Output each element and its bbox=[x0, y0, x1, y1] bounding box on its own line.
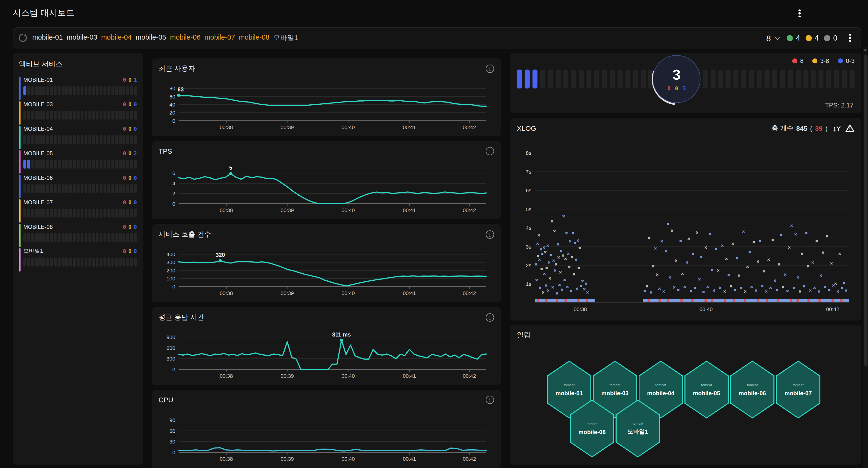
svg-text:00:40: 00:40 bbox=[342, 456, 355, 462]
svg-text:5s: 5s bbox=[526, 207, 531, 212]
eq-bar bbox=[548, 69, 553, 88]
page-scrollbar[interactable] bbox=[863, 46, 868, 468]
service-name: MOBILE-03 bbox=[23, 101, 53, 107]
xlog-panel: XLOG 총 개수 845 ( 39 ) ↕Y bbox=[510, 118, 861, 321]
page-title: 시스템 대시보드 bbox=[13, 8, 74, 19]
eq-bar bbox=[556, 69, 560, 88]
svg-text:00:40: 00:40 bbox=[342, 124, 355, 130]
agent-bar-menu-button[interactable] bbox=[845, 33, 855, 43]
active-tx-total: 3 bbox=[673, 67, 681, 82]
legend-item-8: 8 bbox=[793, 57, 804, 64]
agent-chip-모바일1[interactable]: 모바일1 bbox=[273, 33, 298, 43]
agent-status-summary: 440 bbox=[787, 34, 837, 42]
y-axis-scale-button[interactable]: ↕Y bbox=[833, 124, 840, 133]
eq-bar bbox=[826, 69, 831, 88]
alarm-hex-mobile-07[interactable]: tomcatmobile-07 bbox=[776, 361, 820, 418]
service-row-mobile-04[interactable]: MOBILE-04000 bbox=[19, 125, 137, 144]
agent-chip-mobile-07[interactable]: mobile-07 bbox=[205, 33, 235, 43]
svg-text:00:39: 00:39 bbox=[281, 207, 294, 213]
chart-title-cpu: CPU bbox=[159, 396, 173, 404]
agent-chip-mobile-03[interactable]: mobile-03 bbox=[67, 33, 97, 43]
alarm-hex-mobile-06[interactable]: tomcatmobile-06 bbox=[730, 361, 775, 418]
service-counts: 001 bbox=[123, 76, 137, 83]
eq-bar bbox=[641, 69, 646, 88]
svg-text:00:42: 00:42 bbox=[463, 456, 476, 462]
service-accent-bar bbox=[19, 199, 20, 222]
service-row-mobile-06[interactable]: MOBILE-06000 bbox=[19, 174, 137, 193]
service-row-mobile-08[interactable]: MOBILE-08000 bbox=[19, 223, 137, 242]
service-row-모바일1[interactable]: 모바일1000 bbox=[19, 247, 137, 267]
agent-chip-mobile-08[interactable]: mobile-08 bbox=[239, 33, 270, 43]
chevron-down-icon bbox=[775, 34, 781, 40]
service-row-mobile-07[interactable]: MOBILE-07000 bbox=[19, 198, 137, 218]
service-row-mobile-01[interactable]: MOBILE-01001 bbox=[19, 76, 137, 95]
chart-panel-cpu: CPUi030609000:3800:3900:4000:4100:42 bbox=[152, 390, 501, 468]
header-menu-button[interactable] bbox=[795, 8, 805, 19]
warning-triangle-icon[interactable] bbox=[845, 124, 855, 132]
scrollbar-up-arrow-icon[interactable] bbox=[864, 48, 867, 51]
svg-text:00:38: 00:38 bbox=[220, 124, 233, 130]
eq-bar bbox=[819, 69, 824, 88]
info-icon[interactable]: i bbox=[486, 65, 494, 73]
svg-text:00:38: 00:38 bbox=[220, 290, 233, 296]
eq-bar bbox=[842, 69, 847, 88]
eq-bar bbox=[610, 69, 615, 88]
service-name: MOBILE-08 bbox=[23, 223, 53, 229]
info-icon[interactable]: i bbox=[486, 396, 494, 404]
eq-bar bbox=[788, 69, 793, 88]
eq-bar bbox=[532, 69, 537, 88]
scrollbar-thumb[interactable] bbox=[864, 55, 867, 366]
xlog-scatter-chart[interactable]: 8s7s6s5s4s3s2s1s00:3800:4000:42 bbox=[516, 134, 854, 318]
info-icon[interactable]: i bbox=[486, 230, 494, 239]
info-icon[interactable]: i bbox=[486, 147, 494, 155]
xlog-error-count: 39 bbox=[815, 124, 823, 132]
svg-text:00:40: 00:40 bbox=[342, 207, 355, 213]
svg-text:90: 90 bbox=[169, 417, 175, 423]
chart-panel-service-calls: 서비스 호출 건수i010020030040000:3800:3900:4000… bbox=[152, 224, 501, 302]
status-count-0: 4 bbox=[787, 34, 800, 42]
agent-chip-mobile-06[interactable]: mobile-06 bbox=[170, 33, 201, 43]
svg-text:00:40: 00:40 bbox=[342, 373, 355, 379]
svg-text:2: 2 bbox=[172, 191, 175, 196]
service-name: MOBILE-04 bbox=[23, 126, 53, 132]
service-accent-bar bbox=[19, 150, 20, 174]
alarm-hex-mobile-05[interactable]: tomcatmobile-05 bbox=[684, 361, 729, 418]
hex-name-label: mobile-06 bbox=[739, 389, 766, 396]
svg-text:6s: 6s bbox=[526, 188, 531, 193]
hex-name-label: mobile-04 bbox=[647, 389, 675, 396]
agent-chip-mobile-01[interactable]: mobile-01 bbox=[32, 33, 63, 43]
svg-text:00:38: 00:38 bbox=[574, 306, 587, 312]
agent-chip-mobile-04[interactable]: mobile-04 bbox=[101, 33, 132, 43]
service-row-mobile-03[interactable]: MOBILE-03000 bbox=[19, 100, 137, 120]
service-counts: 000 bbox=[123, 223, 137, 229]
eq-bar bbox=[525, 69, 530, 88]
service-accent-bar bbox=[19, 248, 20, 272]
service-activity-segments bbox=[23, 184, 137, 193]
svg-text:00:39: 00:39 bbox=[281, 456, 294, 462]
service-activity-segments bbox=[23, 233, 137, 242]
active-tx-gauge-panel: 83-80-3 3 003 TPS: 2.17 bbox=[510, 53, 861, 113]
hex-type-label: tomcat bbox=[632, 422, 643, 425]
active-tx-breakdown: 003 bbox=[667, 85, 686, 91]
svg-text:63: 63 bbox=[178, 87, 184, 93]
svg-text:00:42: 00:42 bbox=[463, 207, 476, 213]
active-tx-circle[interactable]: 3 003 bbox=[653, 55, 701, 103]
status-dot-icon bbox=[825, 35, 831, 41]
service-name: MOBILE-05 bbox=[23, 150, 53, 156]
refresh-icon[interactable] bbox=[13, 33, 32, 42]
svg-text:4: 4 bbox=[172, 181, 175, 186]
service-accent-bar bbox=[19, 101, 20, 125]
agent-count-dropdown[interactable]: 8 bbox=[766, 33, 779, 43]
service-counts: 000 bbox=[123, 199, 137, 205]
agent-count-value: 8 bbox=[766, 33, 771, 43]
service-row-mobile-05[interactable]: MOBILE-05002 bbox=[19, 149, 137, 169]
chart-body-tps: 024600:3800:3900:4000:4100:425 bbox=[156, 156, 494, 217]
svg-text:60: 60 bbox=[169, 94, 175, 100]
service-activity-segments bbox=[23, 86, 137, 95]
agent-chip-mobile-05[interactable]: mobile-05 bbox=[135, 33, 166, 43]
legend-item-0-3: 0-3 bbox=[838, 57, 855, 64]
svg-text:3s: 3s bbox=[526, 244, 531, 250]
service-counts: 002 bbox=[123, 150, 137, 156]
info-icon[interactable]: i bbox=[486, 313, 494, 322]
svg-text:40: 40 bbox=[169, 102, 175, 108]
